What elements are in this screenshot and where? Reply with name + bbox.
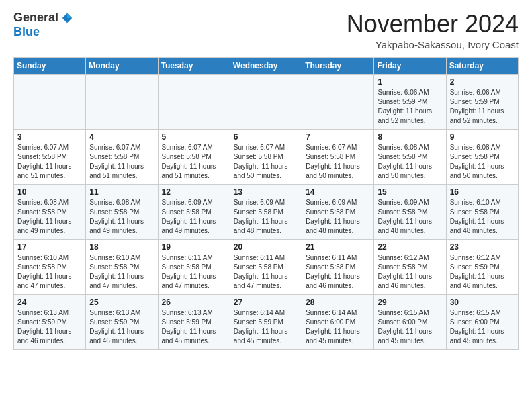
day-number: 24: [17, 298, 82, 307]
week-row-2: 3Sunrise: 6:07 AMSunset: 5:58 PMDaylight…: [14, 129, 519, 184]
day-number: 3: [17, 132, 82, 142]
logo-blue-text: Blue: [13, 25, 40, 39]
calendar-cell: 30Sunrise: 6:15 AMSunset: 6:00 PMDayligh…: [446, 294, 518, 349]
calendar-cell: 12Sunrise: 6:09 AMSunset: 5:58 PMDayligh…: [158, 184, 230, 239]
calendar-cell: 21Sunrise: 6:11 AMSunset: 5:58 PMDayligh…: [302, 239, 374, 294]
week-row-5: 24Sunrise: 6:13 AMSunset: 5:59 PMDayligh…: [14, 294, 519, 349]
calendar-cell: 14Sunrise: 6:09 AMSunset: 5:58 PMDayligh…: [302, 184, 374, 239]
day-number: 21: [306, 242, 370, 252]
cell-info: Sunrise: 6:08 AMSunset: 5:58 PMDaylight:…: [17, 198, 82, 236]
weekday-header-tuesday: Tuesday: [158, 57, 230, 74]
cell-info: Sunrise: 6:10 AMSunset: 5:58 PMDaylight:…: [17, 253, 82, 291]
cell-info: Sunrise: 6:06 AMSunset: 5:59 PMDaylight:…: [378, 88, 442, 126]
day-number: 22: [378, 242, 442, 252]
day-number: 30: [450, 298, 515, 307]
calendar-cell: 15Sunrise: 6:09 AMSunset: 5:58 PMDayligh…: [374, 184, 446, 239]
cell-info: Sunrise: 6:07 AMSunset: 5:58 PMDaylight:…: [89, 143, 154, 181]
calendar-cell: 7Sunrise: 6:07 AMSunset: 5:58 PMDaylight…: [302, 129, 374, 184]
calendar-cell: 19Sunrise: 6:11 AMSunset: 5:58 PMDayligh…: [158, 239, 230, 294]
day-number: 14: [306, 187, 370, 197]
cell-info: Sunrise: 6:07 AMSunset: 5:58 PMDaylight:…: [234, 143, 298, 181]
calendar-cell: 3Sunrise: 6:07 AMSunset: 5:58 PMDaylight…: [14, 129, 86, 184]
title-block: November 2024 Yakpabo-Sakassou, Ivory Co…: [347, 11, 519, 50]
cell-info: Sunrise: 6:08 AMSunset: 5:58 PMDaylight:…: [450, 143, 515, 181]
calendar-cell: 4Sunrise: 6:07 AMSunset: 5:58 PMDaylight…: [86, 129, 158, 184]
calendar-cell: 28Sunrise: 6:14 AMSunset: 6:00 PMDayligh…: [302, 294, 374, 349]
day-number: 17: [17, 242, 82, 252]
day-number: 4: [89, 132, 154, 142]
calendar-cell: 24Sunrise: 6:13 AMSunset: 5:59 PMDayligh…: [14, 294, 86, 349]
calendar-cell: 11Sunrise: 6:08 AMSunset: 5:58 PMDayligh…: [86, 184, 158, 239]
day-number: 7: [306, 132, 370, 142]
logo-icon: [61, 12, 73, 24]
cell-info: Sunrise: 6:13 AMSunset: 5:59 PMDaylight:…: [89, 308, 154, 346]
cell-info: Sunrise: 6:13 AMSunset: 5:59 PMDaylight:…: [17, 308, 82, 346]
location: Yakpabo-Sakassou, Ivory Coast: [347, 39, 519, 50]
day-number: 2: [450, 77, 515, 87]
day-number: 20: [234, 242, 298, 252]
calendar: SundayMondayTuesdayWednesdayThursdayFrid…: [13, 57, 519, 350]
cell-info: Sunrise: 6:09 AMSunset: 5:58 PMDaylight:…: [378, 198, 442, 236]
cell-info: Sunrise: 6:09 AMSunset: 5:58 PMDaylight:…: [162, 198, 226, 236]
day-number: 1: [378, 77, 442, 87]
weekday-header-thursday: Thursday: [302, 57, 374, 74]
week-row-4: 17Sunrise: 6:10 AMSunset: 5:58 PMDayligh…: [14, 239, 519, 294]
calendar-cell: 8Sunrise: 6:08 AMSunset: 5:58 PMDaylight…: [374, 129, 446, 184]
day-number: 16: [450, 187, 515, 197]
header: General Blue November 2024 Yakpabo-Sakas…: [13, 11, 519, 50]
day-number: 11: [89, 187, 154, 197]
logo-text: General: [13, 11, 73, 25]
weekday-header-saturday: Saturday: [446, 57, 518, 74]
cell-info: Sunrise: 6:10 AMSunset: 5:58 PMDaylight:…: [450, 198, 515, 236]
calendar-cell: 9Sunrise: 6:08 AMSunset: 5:58 PMDaylight…: [446, 129, 518, 184]
cell-info: Sunrise: 6:10 AMSunset: 5:58 PMDaylight:…: [89, 253, 154, 291]
calendar-cell: [230, 74, 302, 129]
cell-info: Sunrise: 6:09 AMSunset: 5:58 PMDaylight:…: [234, 198, 298, 236]
cell-info: Sunrise: 6:15 AMSunset: 6:00 PMDaylight:…: [450, 308, 515, 346]
calendar-cell: [86, 74, 158, 129]
day-number: 13: [234, 187, 298, 197]
cell-info: Sunrise: 6:14 AMSunset: 5:59 PMDaylight:…: [234, 308, 298, 346]
logo-general: General: [13, 11, 58, 25]
cell-info: Sunrise: 6:11 AMSunset: 5:58 PMDaylight:…: [234, 253, 298, 291]
calendar-cell: [14, 74, 86, 129]
page: General Blue November 2024 Yakpabo-Sakas…: [0, 0, 532, 361]
calendar-cell: 13Sunrise: 6:09 AMSunset: 5:58 PMDayligh…: [230, 184, 302, 239]
logo-blue: Blue: [13, 25, 40, 39]
cell-info: Sunrise: 6:12 AMSunset: 5:59 PMDaylight:…: [450, 253, 515, 291]
day-number: 26: [162, 298, 226, 307]
logo: General Blue: [13, 11, 73, 39]
month-title: November 2024: [347, 11, 519, 38]
cell-info: Sunrise: 6:11 AMSunset: 5:58 PMDaylight:…: [162, 253, 226, 291]
calendar-cell: 1Sunrise: 6:06 AMSunset: 5:59 PMDaylight…: [374, 74, 446, 129]
weekday-header-friday: Friday: [374, 57, 446, 74]
cell-info: Sunrise: 6:09 AMSunset: 5:58 PMDaylight:…: [306, 198, 370, 236]
cell-info: Sunrise: 6:07 AMSunset: 5:58 PMDaylight:…: [306, 143, 370, 181]
calendar-cell: 20Sunrise: 6:11 AMSunset: 5:58 PMDayligh…: [230, 239, 302, 294]
weekday-header-row: SundayMondayTuesdayWednesdayThursdayFrid…: [14, 57, 519, 74]
day-number: 5: [162, 132, 226, 142]
calendar-cell: 5Sunrise: 6:07 AMSunset: 5:58 PMDaylight…: [158, 129, 230, 184]
weekday-header-monday: Monday: [86, 57, 158, 74]
cell-info: Sunrise: 6:13 AMSunset: 5:59 PMDaylight:…: [162, 308, 226, 346]
day-number: 28: [306, 298, 370, 307]
day-number: 6: [234, 132, 298, 142]
day-number: 12: [162, 187, 226, 197]
day-number: 23: [450, 242, 515, 252]
day-number: 8: [378, 132, 442, 142]
day-number: 29: [378, 298, 442, 307]
day-number: 18: [89, 242, 154, 252]
calendar-cell: 2Sunrise: 6:06 AMSunset: 5:59 PMDaylight…: [446, 74, 518, 129]
cell-info: Sunrise: 6:08 AMSunset: 5:58 PMDaylight:…: [89, 198, 154, 236]
calendar-cell: 29Sunrise: 6:15 AMSunset: 6:00 PMDayligh…: [374, 294, 446, 349]
svg-marker-1: [67, 13, 72, 17]
week-row-3: 10Sunrise: 6:08 AMSunset: 5:58 PMDayligh…: [14, 184, 519, 239]
calendar-cell: 22Sunrise: 6:12 AMSunset: 5:58 PMDayligh…: [374, 239, 446, 294]
day-number: 19: [162, 242, 226, 252]
calendar-cell: 18Sunrise: 6:10 AMSunset: 5:58 PMDayligh…: [86, 239, 158, 294]
cell-info: Sunrise: 6:07 AMSunset: 5:58 PMDaylight:…: [17, 143, 82, 181]
calendar-cell: 27Sunrise: 6:14 AMSunset: 5:59 PMDayligh…: [230, 294, 302, 349]
day-number: 10: [17, 187, 82, 197]
calendar-cell: 26Sunrise: 6:13 AMSunset: 5:59 PMDayligh…: [158, 294, 230, 349]
weekday-header-sunday: Sunday: [14, 57, 86, 74]
